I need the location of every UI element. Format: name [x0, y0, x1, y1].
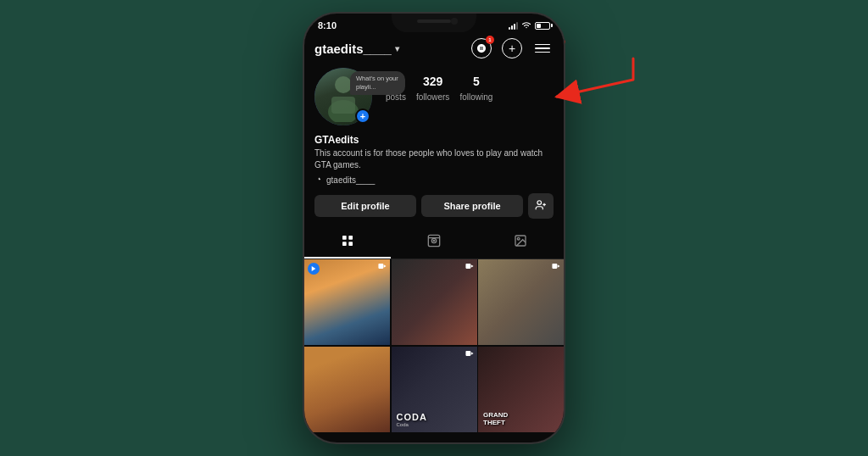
display-name: GTAedits	[314, 134, 554, 146]
svg-rect-20	[378, 264, 383, 269]
video-icon	[465, 263, 474, 271]
following-stat[interactable]: 5 following	[459, 75, 492, 103]
share-profile-button[interactable]: Share profile	[421, 195, 523, 217]
grid-item-coda[interactable]: CODA Coda	[392, 347, 477, 432]
edit-profile-button[interactable]: Edit profile	[314, 195, 416, 217]
video-icon	[552, 263, 560, 271]
live-indicator	[308, 263, 320, 275]
bio-section: GTAedits This account is for those peopl…	[304, 129, 564, 188]
wifi-icon	[521, 20, 531, 31]
profile-link[interactable]: gtaedits____	[314, 175, 554, 185]
grid-item-1[interactable]	[304, 259, 390, 345]
svg-marker-23	[470, 264, 473, 267]
followers-stat[interactable]: 329 followers	[416, 75, 449, 103]
person-plus-icon	[535, 199, 547, 214]
svg-rect-10	[348, 236, 353, 240]
following-count: 5	[459, 75, 492, 88]
reels-icon	[427, 234, 441, 250]
bio-text: This account is for those people who lov…	[314, 147, 554, 171]
content-tabs	[304, 227, 564, 259]
coda-subtitle: Coda	[397, 422, 472, 427]
svg-marker-25	[558, 264, 560, 267]
svg-rect-12	[348, 242, 353, 246]
svg-rect-24	[552, 264, 557, 269]
add-person-button[interactable]	[528, 193, 554, 219]
video-icon	[378, 263, 387, 271]
username-text: gtaedits____	[314, 42, 392, 56]
svg-rect-11	[342, 242, 347, 246]
phone-mockup: 8:10	[303, 12, 565, 444]
photo-grid	[304, 259, 564, 345]
followers-count: 329	[416, 75, 449, 88]
profile-section: + 48 posts 329 followers 5 following	[304, 64, 564, 129]
status-icons	[509, 20, 550, 31]
svg-rect-22	[465, 264, 470, 269]
svg-rect-9	[342, 236, 347, 240]
coda-title: CODA	[397, 412, 472, 422]
header-actions: 1 +	[470, 37, 554, 59]
grid-item-2[interactable]	[392, 259, 477, 345]
username-area[interactable]: gtaedits____ ▾	[314, 42, 399, 56]
threads-link-icon	[314, 175, 323, 185]
add-post-button[interactable]: +	[501, 37, 523, 59]
svg-marker-19	[312, 266, 316, 271]
grid-item-3[interactable]	[478, 259, 564, 345]
gta-text-overlay: GRANDTHEFT	[483, 412, 559, 427]
plus-circle-icon: +	[502, 38, 522, 58]
chevron-down-icon: ▾	[395, 44, 399, 53]
followers-label: followers	[416, 92, 449, 102]
grid-item-4[interactable]	[304, 347, 390, 432]
add-story-button[interactable]: +	[355, 108, 370, 124]
screen: 8:10	[304, 14, 564, 442]
svg-marker-21	[384, 264, 387, 267]
svg-point-3	[335, 76, 352, 93]
grid-item-gta[interactable]: GRANDTHEFT	[478, 347, 564, 432]
speaker	[417, 19, 451, 23]
profile-link-text: gtaedits____	[326, 175, 375, 185]
svg-point-15	[433, 240, 434, 241]
action-buttons: Edit profile Share profile	[304, 188, 564, 224]
photo-grid-row2: CODA Coda GRANDTHEFT	[304, 347, 564, 432]
tab-reels[interactable]	[391, 227, 477, 259]
camera	[451, 18, 458, 25]
svg-rect-5	[331, 97, 355, 114]
battery-icon	[535, 22, 550, 30]
story-note[interactable]: What's on your playli...	[350, 71, 405, 95]
svg-point-18	[517, 237, 520, 240]
profile-header: gtaedits____ ▾ 1 +	[304, 34, 564, 64]
notification-badge: 1	[486, 36, 494, 44]
signal-icon	[509, 22, 518, 30]
tagged-icon	[514, 234, 527, 250]
menu-button[interactable]	[531, 37, 554, 59]
hamburger-icon	[535, 44, 550, 53]
phone-frame: 8:10	[303, 12, 565, 444]
tab-tagged[interactable]	[477, 227, 564, 259]
status-time: 8:10	[318, 20, 337, 31]
svg-point-6	[537, 200, 542, 204]
grand-theft-title: GRANDTHEFT	[483, 412, 559, 427]
story-note-text: What's on your playli...	[356, 75, 398, 91]
grid-icon	[341, 234, 354, 250]
following-label: following	[459, 92, 492, 102]
phone-notch	[392, 14, 476, 32]
tab-grid[interactable]	[304, 227, 391, 259]
threads-button[interactable]: 1	[470, 37, 492, 59]
